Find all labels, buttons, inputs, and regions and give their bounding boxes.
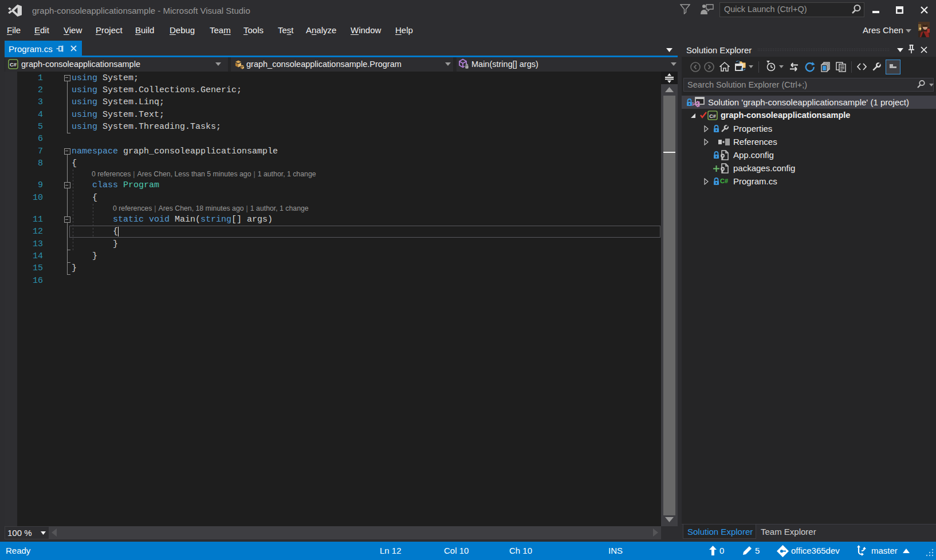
- svg-text:C#: C#: [10, 61, 17, 68]
- svg-text:C#: C#: [709, 113, 716, 119]
